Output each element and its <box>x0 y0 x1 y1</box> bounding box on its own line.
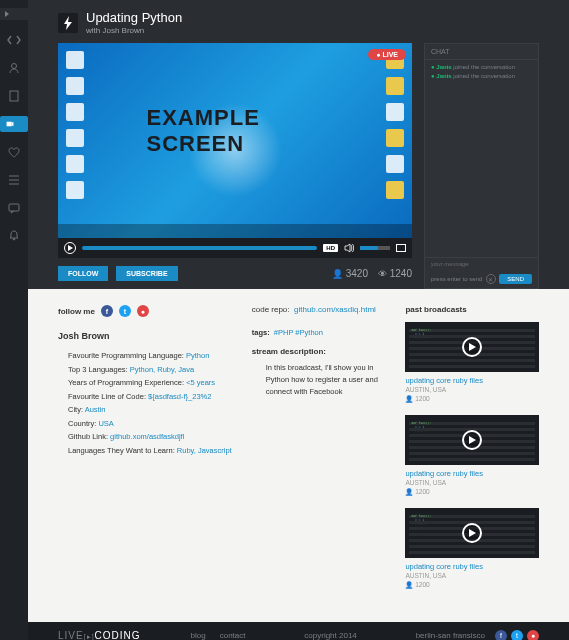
code-icon[interactable] <box>6 32 22 48</box>
play-icon <box>462 337 482 357</box>
footer-location: berlin-san fransisco <box>416 631 485 640</box>
past-item-location: AUSTIN, USA <box>405 478 539 487</box>
blog-link[interactable]: blog <box>191 631 206 640</box>
favorites-stat: 👁 1240 <box>378 268 412 279</box>
past-broadcasts-list: def func(): x = 1 returnendupdating core… <box>405 322 539 590</box>
lightning-icon <box>58 13 78 33</box>
facebook-icon[interactable]: f <box>101 305 113 317</box>
footer: LIVE[▸]CODING blog contact copyright 201… <box>28 622 569 640</box>
profile-item: Top 3 Languages: Python, Ruby, Java <box>68 363 232 377</box>
past-thumb[interactable]: def func(): x = 1 returnend <box>405 508 539 558</box>
list-icon[interactable] <box>6 172 22 188</box>
tags-link[interactable]: #PHP #Python <box>274 328 323 337</box>
desktop-icons-right <box>386 51 404 199</box>
description-text: In this broadcast, I'll show you in Pyth… <box>252 362 386 398</box>
stream-title: Updating Python <box>86 10 182 25</box>
taskbar <box>58 224 412 238</box>
volume-slider[interactable] <box>360 246 390 250</box>
chat-body: ● Janis joined the conversation● Janis j… <box>425 60 538 257</box>
video-player[interactable]: EXAMPLE SCREEN ● LIVE <box>58 43 412 238</box>
past-item-title[interactable]: updating core ruby files <box>405 562 539 571</box>
follow-row: follow me f t ● <box>58 305 232 317</box>
file-icon[interactable] <box>6 88 22 104</box>
copyright: copyright 2014 <box>246 631 416 640</box>
fullscreen-button[interactable] <box>396 244 406 252</box>
footer-links: blog contact <box>191 631 246 640</box>
action-row: FOLLOW SUBSCRIBE 👤 3420 👁 1240 <box>58 258 412 289</box>
past-broadcast-item: def func(): x = 1 returnendupdating core… <box>405 322 539 403</box>
past-item-title[interactable]: updating core ruby files <box>405 376 539 385</box>
user-icon[interactable] <box>6 60 22 76</box>
chat-footer: press enter to send ✕ SEND <box>425 270 538 288</box>
contact-link[interactable]: contact <box>220 631 246 640</box>
repo-row: code repo: github.com/xasdiq.html <box>252 305 386 314</box>
profile-item: City: Austin <box>68 403 232 417</box>
chat-hint: press enter to send <box>431 276 482 282</box>
reddit-icon[interactable]: ● <box>137 305 149 317</box>
footer-facebook-icon[interactable]: f <box>495 630 507 640</box>
progress-bar[interactable] <box>82 246 317 250</box>
svg-rect-1 <box>10 91 18 101</box>
description-label: stream description: <box>252 347 386 356</box>
video-icon[interactable] <box>0 116 28 132</box>
past-item-views: 👤 1200 <box>405 394 539 403</box>
past-item-location: AUSTIN, USA <box>405 571 539 580</box>
chat-line: ● Janis joined the conversation <box>431 64 532 70</box>
chat-panel: CHAT ● Janis joined the conversation● Ja… <box>424 43 539 289</box>
volume-icon[interactable] <box>344 243 354 253</box>
chat-clear-icon[interactable]: ✕ <box>486 274 496 284</box>
hd-badge: HD <box>323 244 338 252</box>
logo: LIVE[▸]CODING <box>58 630 141 640</box>
chat-icon[interactable] <box>6 200 22 216</box>
profile-item: Favourite Programming Language: Python <box>68 349 232 363</box>
profile-item: Years of Programming Experience: <5 year… <box>68 376 232 390</box>
footer-reddit-icon[interactable]: ● <box>527 630 539 640</box>
past-thumb[interactable]: def func(): x = 1 returnend <box>405 322 539 372</box>
svg-rect-2 <box>7 122 12 127</box>
stream-author: with Josh Brown <box>86 26 182 35</box>
subscribe-button[interactable]: SUBSCRIBE <box>116 266 177 281</box>
tags-row: tags: #PHP #Python <box>252 328 386 337</box>
play-button[interactable] <box>64 242 76 254</box>
twitter-icon[interactable]: t <box>119 305 131 317</box>
stream-stats: 👤 3420 👁 1240 <box>332 268 412 279</box>
live-badge: ● LIVE <box>368 49 406 60</box>
sidebar-expand-icon[interactable] <box>0 8 28 20</box>
profile-item: Github Link: github.xom/asdfaskdjfl <box>68 430 232 444</box>
past-item-location: AUSTIN, USA <box>405 385 539 394</box>
play-icon <box>462 430 482 450</box>
chat-header: CHAT <box>425 44 538 60</box>
chat-input[interactable]: your message <box>425 257 538 270</box>
svg-point-0 <box>12 64 17 69</box>
profile-item: Country: USA <box>68 417 232 431</box>
profile-item: Favourite Line of Code: ${asdfasd-f}_23%… <box>68 390 232 404</box>
heart-icon[interactable] <box>6 144 22 160</box>
past-item-views: 👤 1200 <box>405 487 539 496</box>
viewers-stat: 👤 3420 <box>332 268 368 279</box>
play-icon <box>462 523 482 543</box>
send-button[interactable]: SEND <box>499 274 532 284</box>
past-broadcast-item: def func(): x = 1 returnendupdating core… <box>405 508 539 589</box>
desktop-icons-left <box>66 51 84 199</box>
follow-button[interactable]: FOLLOW <box>58 266 108 281</box>
video-overlay-text: EXAMPLE SCREEN <box>147 105 324 157</box>
past-item-views: 👤 1200 <box>405 580 539 589</box>
footer-twitter-icon[interactable]: t <box>511 630 523 640</box>
stream-header: Updating Python with Josh Brown <box>28 0 569 43</box>
repo-link[interactable]: github.com/xasdiq.html <box>294 305 376 314</box>
chat-line: ● Janis joined the conversation <box>431 73 532 79</box>
profile-name: Josh Brown <box>58 331 232 341</box>
video-controls: HD <box>58 238 412 258</box>
past-broadcasts-label: past broadcasts <box>405 305 539 314</box>
main-content: Updating Python with Josh Brown EXAMPLE … <box>28 0 569 640</box>
sidebar <box>0 0 28 640</box>
past-broadcast-item: def func(): x = 1 returnendupdating core… <box>405 415 539 496</box>
follow-label: follow me <box>58 307 95 316</box>
profile-list: Favourite Programming Language: PythonTo… <box>58 349 232 457</box>
past-thumb[interactable]: def func(): x = 1 returnend <box>405 415 539 465</box>
past-item-title[interactable]: updating core ruby files <box>405 469 539 478</box>
info-section: follow me f t ● Josh Brown Favourite Pro… <box>28 289 569 622</box>
bell-icon[interactable] <box>6 228 22 244</box>
svg-rect-3 <box>9 204 19 211</box>
profile-item: Languages They Want to Learn: Ruby, Java… <box>68 444 232 458</box>
